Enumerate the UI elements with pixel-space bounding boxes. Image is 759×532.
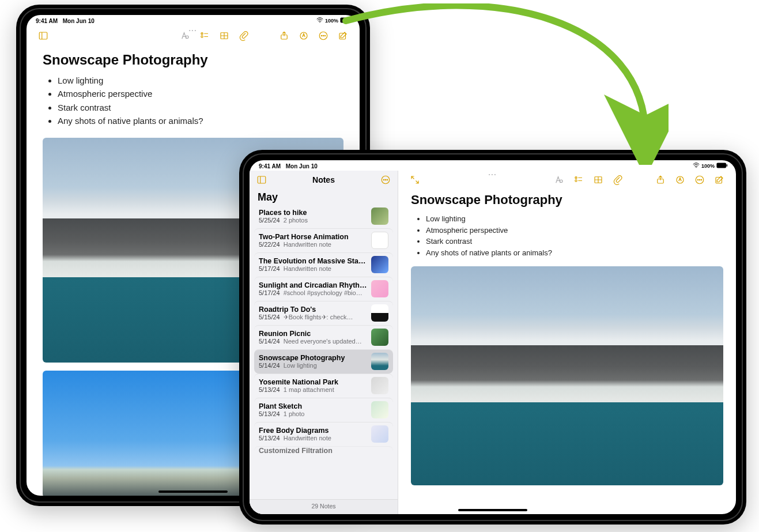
bullet-item[interactable]: Atmospheric perspective (58, 87, 343, 100)
note-toolbar-landscape (398, 171, 736, 190)
note-item-thumbnail (371, 207, 388, 225)
note-bullets[interactable]: Low lighting Atmospheric perspective Sta… (411, 213, 723, 258)
note-list-item[interactable]: Yosemite National Park5/13/241 map attac… (254, 373, 393, 398)
text-format-icon[interactable] (551, 173, 567, 187)
note-list-item[interactable]: Customized Filtration (254, 446, 393, 455)
bullet-item[interactable]: Any shots of native plants or animals? (58, 114, 343, 127)
status-bar-landscape: 9:41 AM Mon Jun 10 100% (250, 160, 736, 171)
sidebar-more-icon[interactable] (377, 173, 394, 187)
note-item-date: 5/13/24 (259, 386, 280, 393)
note-list-item[interactable]: Places to hike5/25/242 photos (254, 205, 393, 228)
battery-percent: 100% (325, 18, 338, 24)
note-item-title: Reunion Picnic (259, 330, 368, 338)
note-list-item[interactable]: The Evolution of Massive Star…5/17/24Han… (254, 252, 393, 277)
note-item-preview: 1 map attachment (284, 386, 334, 393)
svg-point-40 (701, 179, 702, 180)
bullet-item[interactable]: Low lighting (58, 74, 343, 87)
checklist-icon[interactable] (571, 173, 587, 187)
checklist-icon[interactable] (197, 29, 213, 43)
note-item-date: 5/13/24 (259, 410, 280, 417)
bullet-item[interactable]: Low lighting (426, 213, 723, 225)
note-item-title: Roadtrip To Do's (259, 305, 368, 314)
note-item-thumbnail (371, 353, 388, 370)
note-item-preview: #school #psychology #bio… (284, 289, 362, 296)
note-item-thumbnail (371, 401, 388, 418)
svg-point-30 (575, 180, 577, 182)
note-item-thumbnail (371, 304, 388, 322)
notes-sidebar: Notes May Places to hike5/25/242 photosT… (250, 171, 398, 514)
battery-icon (716, 163, 728, 169)
svg-point-19 (696, 167, 696, 168)
compose-icon[interactable] (711, 173, 727, 187)
notes-list[interactable]: Places to hike5/25/242 photosTwo-Part Ho… (250, 205, 398, 499)
folders-toggle-icon[interactable] (254, 173, 270, 187)
sidebar-footer: 29 Notes (250, 499, 398, 514)
battery-percent: 100% (701, 163, 715, 169)
note-item-preview: Handwritten note (284, 435, 331, 442)
note-body-landscape[interactable]: Snowscape Photography Low lighting Atmos… (398, 190, 736, 514)
note-item-preview: Handwritten note (284, 265, 331, 272)
markup-icon[interactable] (296, 29, 312, 43)
home-indicator[interactable] (458, 509, 527, 511)
attachment-icon[interactable] (610, 173, 626, 187)
note-bullets[interactable]: Low lighting Atmospheric perspective Sta… (43, 74, 343, 127)
bullet-item[interactable]: Stark contrast (426, 236, 723, 247)
note-item-preview: Handwritten note (284, 241, 331, 248)
note-item-preview: ✈︎Book flights✈︎: check… (284, 314, 353, 320)
wifi-icon (316, 17, 323, 24)
note-item-date: 5/17/24 (259, 289, 280, 296)
svg-rect-3 (39, 32, 47, 39)
attachment-icon[interactable] (236, 29, 252, 43)
table-icon[interactable] (590, 173, 606, 187)
note-item-date: 5/14/24 (259, 362, 280, 369)
bullet-item[interactable]: Any shots of native plants or animals? (426, 247, 723, 259)
note-item-thumbnail (371, 232, 388, 249)
note-list-item[interactable]: Snowscape Photography5/14/24Low lighting (254, 349, 393, 373)
home-indicator[interactable] (158, 491, 228, 493)
bullet-item[interactable]: Stark contrast (58, 101, 343, 114)
multitask-dots-icon[interactable]: ••• (489, 172, 497, 177)
note-item-date: 5/15/24 (259, 314, 280, 320)
note-item-preview: Need everyone's updated… (284, 338, 362, 345)
compose-icon[interactable] (335, 29, 351, 43)
svg-point-0 (319, 22, 320, 22)
note-item-title: Plant Sketch (259, 402, 368, 410)
more-icon[interactable] (692, 173, 708, 187)
markup-icon[interactable] (672, 173, 688, 187)
table-icon[interactable] (216, 29, 232, 43)
note-item-date: 5/14/24 (259, 338, 280, 345)
sidebar-toggle-icon[interactable] (35, 29, 51, 43)
multitask-dots-icon[interactable]: ••• (189, 28, 197, 33)
note-list-item[interactable]: Roadtrip To Do's5/15/24✈︎Book flights✈︎:… (254, 301, 393, 325)
note-list-item[interactable]: Plant Sketch5/13/241 photo (254, 398, 393, 422)
battery-icon (340, 17, 352, 24)
note-item-date: 5/25/24 (259, 217, 280, 224)
ipad-landscape-device: 9:41 AM Mon Jun 10 100% ••• (239, 150, 746, 525)
svg-point-26 (385, 179, 386, 180)
note-item-title: Yosemite National Park (259, 378, 368, 386)
note-list-item[interactable]: Two-Part Horse Animation5/22/24Handwritt… (254, 228, 393, 252)
note-item-thumbnail (371, 329, 388, 346)
svg-point-17 (324, 35, 326, 36)
note-list-item[interactable]: Free Body Diagrams5/13/24Handwritten not… (254, 422, 393, 446)
svg-point-7 (201, 36, 203, 37)
svg-rect-2 (350, 19, 352, 21)
note-title[interactable]: Snowscape Photography (411, 193, 723, 207)
more-icon[interactable] (315, 29, 331, 43)
status-date: Mon Jun 10 (63, 18, 95, 24)
svg-point-16 (323, 35, 324, 36)
note-photo-snowscape[interactable] (411, 266, 723, 485)
share-icon[interactable] (652, 173, 669, 187)
note-title[interactable]: Snowscape Photography (43, 52, 343, 68)
svg-point-27 (387, 179, 388, 180)
note-list-item[interactable]: Reunion Picnic5/14/24Need everyone's upd… (254, 325, 393, 349)
share-icon[interactable] (276, 29, 292, 43)
sidebar-header: Notes (250, 171, 398, 189)
note-list-item[interactable]: Sunlight and Circadian Rhyth…5/17/24#sch… (254, 277, 393, 301)
expand-fullscreen-icon[interactable] (407, 173, 423, 187)
note-item-date: 5/13/24 (259, 435, 280, 442)
svg-rect-22 (258, 176, 266, 183)
svg-rect-1 (340, 17, 350, 22)
bullet-item[interactable]: Atmospheric perspective (426, 225, 723, 236)
sidebar-section-label: May (250, 189, 398, 205)
